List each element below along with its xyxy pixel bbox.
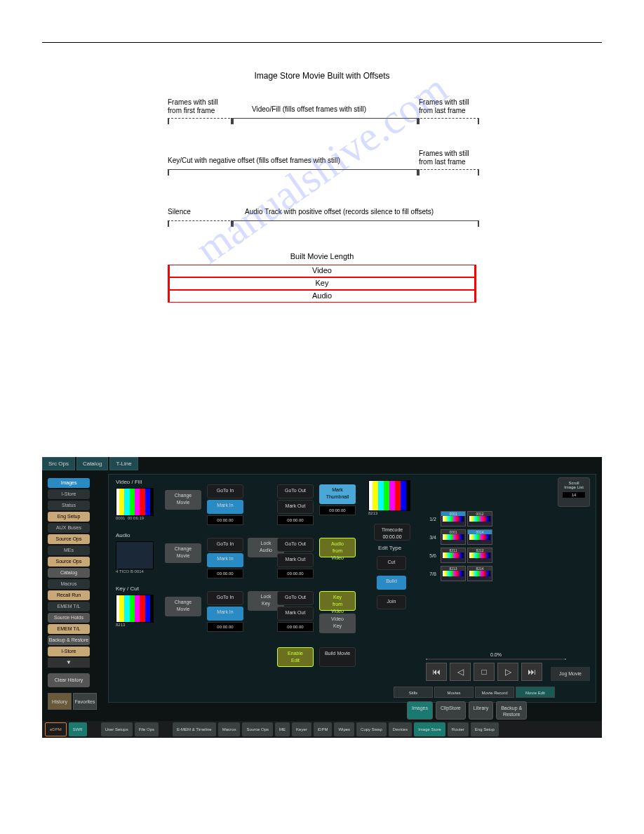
clear-history-button[interactable]: Clear History <box>48 673 90 687</box>
edit-build[interactable]: Build <box>377 576 406 590</box>
edit-join[interactable]: Join <box>377 595 406 609</box>
enable-edit[interactable]: EnableEdit <box>277 647 314 667</box>
edit-cut[interactable]: Cut <box>377 556 406 570</box>
bottom-nav-item[interactable]: iDPM <box>314 722 333 736</box>
sidebar-item[interactable]: Recall Run <box>48 590 90 600</box>
bottom-nav-item[interactable]: Copy Swap <box>356 722 387 736</box>
sidebar: ImagesI-StoreStatusEng SetupAUX BusesSou… <box>48 478 97 656</box>
audio-goto-out[interactable]: GoTo Out <box>277 538 314 552</box>
midtab-library[interactable]: Library <box>469 701 493 720</box>
audio-goto-in[interactable]: GoTo In <box>207 538 243 552</box>
bottom-nav-item[interactable]: Devices <box>389 722 412 736</box>
grid-row-label: 1/2 <box>426 517 440 522</box>
key-change-movie[interactable]: ChangeMovie <box>165 597 201 616</box>
key-cut-label: Key / Cut <box>116 585 154 592</box>
bottom-nav-item[interactable]: User Setups <box>101 722 133 736</box>
audio-mark-out[interactable]: Mark Out <box>277 553 314 567</box>
grid-thumbnail[interactable]: 8212 <box>467 548 492 563</box>
subtab-movie-edit[interactable]: Movie Edit <box>516 687 555 698</box>
audio-change-movie[interactable]: ChangeMovie <box>165 543 201 563</box>
build-movie[interactable]: Build Movie <box>319 647 356 667</box>
sidebar-item[interactable]: Source Holds <box>48 613 90 623</box>
grid-thumbnail[interactable]: 0014 <box>467 529 492 545</box>
grid-row-label: 3/4 <box>426 535 440 540</box>
key-mark-out[interactable]: Mark Out <box>277 607 314 621</box>
audio-from-video[interactable]: AudiofromVideo <box>319 538 356 557</box>
video-goto-in[interactable]: GoTo In <box>207 484 243 498</box>
grid-thumbnail[interactable]: 8213 <box>441 566 466 581</box>
bottom-nav-item[interactable]: Image Store <box>414 722 445 736</box>
offset-diagram: Image Store Movie Built with Offsets Fra… <box>168 71 476 303</box>
bottom-nav-item[interactable]: Wipes <box>334 722 354 736</box>
key-goto-in[interactable]: GoTo In <box>207 591 243 605</box>
sidebar-item[interactable]: Eng Setup <box>48 512 90 522</box>
transport-play-icon[interactable]: ▷ <box>497 663 518 681</box>
subtab-movie-record[interactable]: Movie Record <box>475 687 514 698</box>
bottom-nav-item[interactable]: SWR <box>69 722 87 736</box>
tab-tline[interactable]: T-Line <box>109 457 137 470</box>
sidebar-item[interactable]: MEs <box>48 545 90 555</box>
subtab-stills[interactable]: Stills <box>394 687 433 698</box>
bottom-nav-item[interactable]: Macros <box>218 722 241 736</box>
sidebar-item[interactable]: Source Ops <box>48 534 90 544</box>
audio-clip-info: 4 TICO B 0014 <box>116 569 154 574</box>
key-in-tc: 00:00.00 <box>207 622 243 632</box>
bottom-nav-item[interactable]: ME <box>275 722 290 736</box>
video-in-tc: 00:00.00 <box>207 515 243 525</box>
transport-start-icon[interactable]: ⏮ <box>426 663 447 681</box>
sidebar-item[interactable]: Catalog <box>48 568 90 578</box>
sidebar-item[interactable]: AUX Buses <box>48 523 90 533</box>
grid-thumbnail[interactable]: 0001 <box>441 529 466 545</box>
sidebar-item[interactable]: Macros <box>48 579 90 589</box>
scroll-image-list[interactable]: ScrollImage List 14 <box>558 477 590 507</box>
edit-type-label: Edit Type <box>378 545 401 551</box>
key-from-video[interactable]: KeyfromVideo <box>319 591 356 611</box>
sidebar-item[interactable]: Status <box>48 501 90 510</box>
image-grid: 1/2000100123/4000100145/6821182127/88213… <box>426 510 493 583</box>
sidebar-item[interactable]: Backup & Restore <box>48 635 90 645</box>
tab-catalog[interactable]: Catalog <box>76 457 109 470</box>
bottom-nav-item[interactable]: Keyer <box>292 722 311 736</box>
bottom-nav-item[interactable]: Source Ops <box>242 722 273 736</box>
bottom-nav-item[interactable]: Router <box>448 722 469 736</box>
video-mark-out[interactable]: Mark Out <box>277 500 314 514</box>
audio-mark-in[interactable]: Mark In <box>207 553 243 567</box>
bottom-nav-item[interactable]: Eng Setup <box>471 722 499 736</box>
tab-src-ops[interactable]: Src Ops <box>42 457 75 470</box>
top-rule <box>42 42 602 43</box>
bottom-nav-item[interactable]: File Ops <box>135 722 159 736</box>
grid-thumbnail[interactable]: 8211 <box>441 548 466 563</box>
transport-rev-icon[interactable]: ◁ <box>450 663 471 681</box>
jog-movie[interactable]: Jog Movie <box>551 667 590 681</box>
sidebar-item[interactable]: Images <box>48 478 90 488</box>
track-audio: Silence Audio Track with positive offset… <box>168 201 476 239</box>
midtab-backup-restore[interactable]: Backup &Restore <box>496 701 527 720</box>
progress: 0.0% <box>426 652 566 660</box>
key-mark-in[interactable]: Mark In <box>207 607 243 621</box>
grid-thumbnail[interactable]: 8214 <box>467 566 492 581</box>
video-goto-out[interactable]: GoTo Out <box>277 484 314 498</box>
grid-thumbnail[interactable]: 0001 <box>441 511 466 527</box>
video-mark-in[interactable]: Mark In <box>207 500 243 514</box>
transport-end-icon[interactable]: ⏭ <box>521 663 542 681</box>
subtab-movies[interactable]: Movies <box>434 687 474 698</box>
sidebar-item[interactable]: EMEM T/L <box>48 602 90 611</box>
sidebar-item[interactable]: I-Store <box>48 647 90 656</box>
transport-stop-icon[interactable]: □ <box>474 663 495 681</box>
sidebar-scroll-down-icon[interactable]: ▼ <box>48 658 90 668</box>
grid-thumbnail[interactable]: 0012 <box>467 511 492 527</box>
sidebar-item[interactable]: Source Ops <box>48 557 90 567</box>
audio-label: Audio <box>116 532 154 538</box>
key-goto-out[interactable]: GoTo Out <box>277 591 314 605</box>
video-key[interactable]: VideoKey <box>319 614 356 633</box>
midtab-images[interactable]: Images <box>407 701 433 720</box>
bottom-nav-item[interactable]: E-MEM & Timeline <box>173 722 216 736</box>
video-change-movie[interactable]: ChangeMovie <box>165 490 201 510</box>
mark-thumbnail[interactable]: MarkThumbnail <box>319 484 356 504</box>
built-length-title: Built Movie Length <box>168 252 476 260</box>
sidebar-item[interactable]: I-Store <box>48 489 90 499</box>
sidebar-item[interactable]: EMEM T/L <box>48 624 90 634</box>
built-movie-box: Video Key Audio <box>168 265 476 303</box>
midtab-clipstore[interactable]: ClipStore <box>436 701 466 720</box>
bottom-nav-item[interactable]: eDPM <box>45 722 67 736</box>
